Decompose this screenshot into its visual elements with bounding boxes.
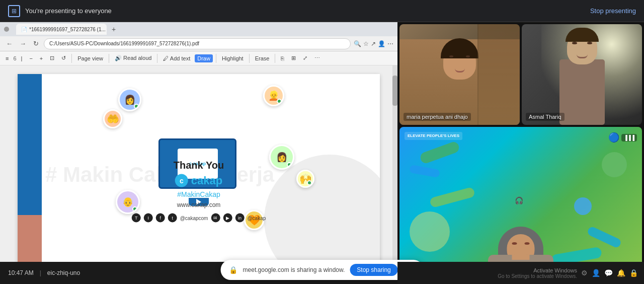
top-videos: maria perpetua ani dhajo Asmal Thariq bbox=[399, 24, 642, 125]
toolbar-separator-2 bbox=[109, 54, 109, 63]
toolbar-separator-5 bbox=[249, 54, 250, 63]
video-tile-maria: maria perpetua ani dhajo bbox=[399, 24, 520, 125]
thank-you-text: Thank You bbox=[174, 160, 224, 171]
add-text-button[interactable]: 🖊 Add text bbox=[160, 54, 193, 62]
cakap-brand-name: cakap bbox=[191, 174, 222, 187]
zoom-in-button[interactable]: + bbox=[37, 54, 45, 62]
stop-presenting-button[interactable]: Stop presenting bbox=[590, 7, 636, 15]
zoom-out-button[interactable]: − bbox=[27, 54, 35, 62]
maria-name-badge: maria perpetua ani dhajo bbox=[404, 113, 471, 121]
page-view-button[interactable]: Page view bbox=[75, 54, 106, 62]
sharing-message: meet.google.com is sharing a window. bbox=[243, 266, 345, 273]
notification-taskbar-icon[interactable]: 🔔 bbox=[617, 269, 625, 277]
sharing-bar: 🔒 meet.google.com is sharing a window. S… bbox=[221, 260, 424, 280]
maria-right-eye bbox=[466, 55, 470, 57]
social-handle: @cakapcom bbox=[180, 215, 208, 221]
pdf-toolbar: ≡ 6 | − + ⊡ ↺ Page view 🔊 Read aloud 🖊 A… bbox=[0, 51, 397, 65]
floating-avatar-1: 👩 bbox=[118, 88, 141, 111]
crop-button[interactable]: ⊞ bbox=[289, 54, 298, 62]
chat-taskbar-icon[interactable]: 💬 bbox=[604, 269, 613, 277]
browser-window: 📄 *1661999991697_572728276 (1... ✕ + ← →… bbox=[0, 22, 397, 284]
tab-area: 📄 *1661999991697_572728276 (1... ✕ + bbox=[16, 24, 393, 35]
asmal-face bbox=[567, 32, 597, 64]
windows-activate-notice: Activate Windows Go to Settings to activ… bbox=[498, 267, 577, 279]
url-bar[interactable]: C:/Users/ASUS-PC/Downloads/1661999991697… bbox=[44, 38, 351, 49]
time-display: 10:47 AM bbox=[8, 269, 34, 276]
copy-button[interactable]: ⎘ bbox=[278, 54, 287, 62]
menu-icon[interactable]: ⋯ bbox=[387, 40, 393, 47]
browser-addressbar: ← → ↻ C:/Users/ASUS-PC/Downloads/1661999… bbox=[0, 36, 397, 51]
browser-tab[interactable]: 📄 *1661999991697_572728276 (1... ✕ bbox=[16, 24, 107, 35]
you-right-eye bbox=[525, 242, 530, 245]
banner-left: ⊞ You're presenting to everyone bbox=[8, 5, 112, 17]
sharing-lock-icon: 🔒 bbox=[229, 265, 238, 274]
more-tools-button[interactable]: ⋯ bbox=[312, 54, 323, 62]
draw-button[interactable]: Draw bbox=[195, 54, 213, 62]
pdf-scrollbar[interactable] bbox=[392, 65, 397, 284]
shared-screen-area: 📄 *1661999991697_572728276 (1... ✕ + ← →… bbox=[0, 22, 397, 284]
ceo-logo-icon: 🔵 bbox=[608, 132, 619, 143]
refresh-button[interactable]: ↻ bbox=[31, 39, 41, 48]
slide-left-bar bbox=[18, 74, 42, 275]
meeting-code: eic-zhiq-uno bbox=[47, 269, 80, 276]
back-button[interactable]: ← bbox=[4, 39, 15, 48]
rotate-button[interactable]: ↺ bbox=[59, 54, 68, 62]
floating-avatar-2: 👱 bbox=[263, 85, 284, 106]
toolbar-separator-icon: | bbox=[19, 54, 25, 62]
slide-gray-blob bbox=[264, 155, 380, 275]
highlight-button[interactable]: Highlight bbox=[219, 54, 246, 62]
profile-icon[interactable]: 👤 bbox=[378, 40, 385, 47]
linkedin-icon: in bbox=[235, 214, 244, 223]
browser-control-btn[interactable] bbox=[4, 27, 9, 32]
pdf-slide: # Makin Cakap Bekerja 👩 👱 👩 👴 bbox=[18, 74, 380, 275]
stop-sharing-button[interactable]: Stop sharing bbox=[350, 264, 397, 276]
erase-button[interactable]: Erase bbox=[253, 54, 272, 62]
star-icon[interactable]: ☆ bbox=[363, 40, 369, 47]
bottom-separator: | bbox=[40, 269, 41, 276]
page-separator: 6 bbox=[13, 55, 16, 61]
toolbar-separator-4 bbox=[216, 54, 216, 63]
status-dot-1 bbox=[134, 104, 139, 109]
video-tile-asmal: Asmal Thariq bbox=[522, 24, 642, 125]
addr-icons: 🔍 ☆ ↗ 👤 ⋯ bbox=[354, 40, 393, 47]
slide-website: www.cakap.com bbox=[177, 201, 221, 208]
you-video-bg: ELEVATE PEOPLE'S LIVES 🔵 ▐▐▐ bbox=[399, 127, 642, 282]
presenting-text: You're presenting to everyone bbox=[25, 7, 112, 15]
avatar-circle-5: 🤲 bbox=[105, 111, 121, 127]
url-text: C:/Users/ASUS-PC/Downloads/1661999991697… bbox=[49, 41, 199, 46]
status-dot-6 bbox=[307, 180, 312, 185]
bars-icon-area: ▐▐▐ bbox=[621, 134, 637, 141]
message-icon: ✉ bbox=[211, 214, 220, 223]
asmal-hair bbox=[566, 28, 599, 42]
forward-button[interactable]: → bbox=[18, 39, 28, 48]
read-aloud-button[interactable]: 🔊 Read aloud bbox=[112, 54, 154, 62]
asmal-right-eye bbox=[587, 42, 592, 44]
lock-taskbar-icon[interactable]: 🔒 bbox=[629, 269, 638, 277]
browser-titlebar: 📄 *1661999991697_572728276 (1... ✕ + bbox=[0, 22, 397, 36]
fit-page-button[interactable]: ⊡ bbox=[47, 54, 57, 62]
read-icon: 🔊 bbox=[115, 55, 122, 61]
maria-face-shape bbox=[443, 44, 476, 80]
new-tab-button[interactable]: + bbox=[109, 24, 119, 34]
cakap-logo-icon: c bbox=[175, 174, 188, 187]
headset-icon: 🎧 bbox=[515, 196, 523, 204]
hamburger-button[interactable]: ≡ bbox=[3, 54, 11, 62]
tiktok-icon: T bbox=[132, 214, 141, 223]
status-dot-3 bbox=[287, 162, 292, 167]
fullscreen-button[interactable]: ⤢ bbox=[300, 54, 310, 62]
zoom-icon[interactable]: 🔍 bbox=[354, 40, 361, 47]
cakap-logo: c cakap bbox=[175, 174, 222, 187]
toolbar-separator-6 bbox=[275, 54, 275, 63]
you-left-eye bbox=[512, 242, 517, 245]
settings-taskbar-icon[interactable]: ⚙ bbox=[581, 269, 588, 277]
share-icon[interactable]: ↗ bbox=[371, 40, 376, 47]
activate-title: Activate Windows bbox=[498, 267, 577, 273]
slide-center-content: Thank You c cakap #MakinCakap www.cakap.… bbox=[132, 160, 266, 223]
people-taskbar-icon[interactable]: 👤 bbox=[592, 269, 600, 277]
youtube-icon: ▶ bbox=[223, 214, 232, 223]
maria-face-area bbox=[399, 24, 520, 125]
floating-avatar-3: 👩 bbox=[269, 145, 294, 170]
presenting-banner: ⊞ You're presenting to everyone Stop pre… bbox=[0, 0, 644, 22]
present-icon: ⊞ bbox=[8, 5, 20, 17]
pdf-icon: 📄 bbox=[21, 27, 27, 32]
